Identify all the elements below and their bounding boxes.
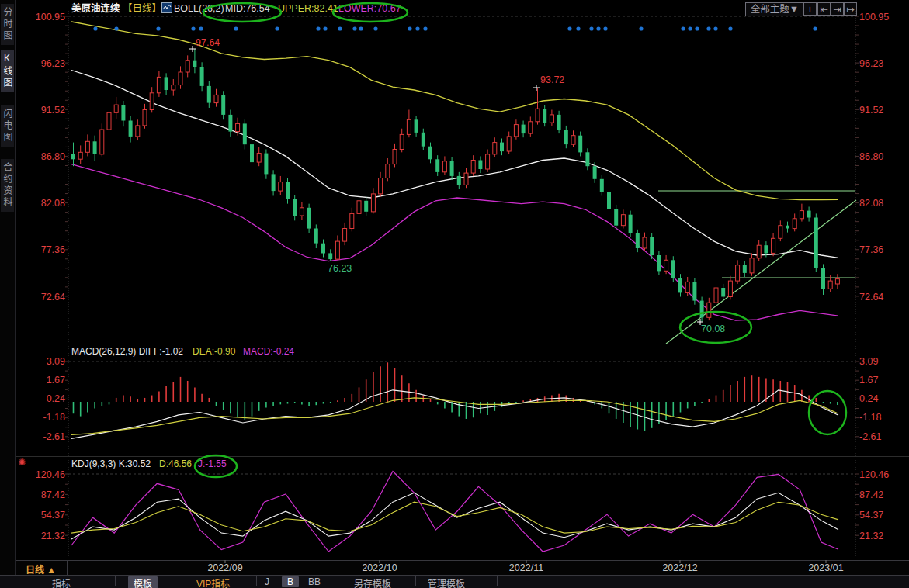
compress-right-button[interactable]: ⇥ [831, 2, 844, 16]
sidebar-item-kline-chart[interactable]: K线图 [1, 50, 14, 92]
svg-text:86.80: 86.80 [41, 151, 65, 162]
sidebar-item-timeshare-chart[interactable]: 分时图 [1, 4, 14, 45]
svg-text:87.42: 87.42 [859, 489, 883, 500]
svg-text:86.80: 86.80 [859, 151, 883, 162]
toolbar-vip-indicator[interactable]: VIP指标 [196, 576, 230, 588]
sidebar-item-label: K线图 [2, 53, 12, 89]
divider [342, 576, 342, 586]
svg-text:3.09: 3.09 [859, 356, 878, 367]
svg-text:91.52: 91.52 [859, 105, 883, 116]
sidebar-item-label: 合约资料 [2, 162, 12, 209]
svg-text:-1.18: -1.18 [43, 412, 66, 423]
trend-lines[interactable] [658, 191, 856, 344]
alert-flower-icon: ✺ [18, 457, 26, 468]
svg-text:-2.61: -2.61 [859, 431, 882, 442]
period-selector[interactable]: 日线 ▲ [26, 562, 56, 576]
macd-macd-label: MACD:-0.24 [243, 346, 294, 357]
chart-type-sidebar: 分时图 K线图 闪电图 合约资料 [0, 0, 16, 588]
divider [115, 576, 116, 586]
svg-text:87.42: 87.42 [41, 489, 65, 500]
toolbar-template[interactable]: 模板 [128, 576, 158, 588]
svg-text:91.52: 91.52 [41, 105, 65, 116]
svg-text:97.64: 97.64 [196, 37, 220, 48]
svg-text:72.64: 72.64 [859, 292, 883, 303]
svg-text:-2.61: -2.61 [43, 431, 66, 442]
svg-text:77.36: 77.36 [41, 244, 65, 255]
chart-canvas[interactable]: 100.95100.9596.2396.2391.5291.5286.8086.… [0, 0, 909, 588]
price-annotations: 97.6493.7276.2370.08 [189, 3, 846, 477]
macd-dea-label: DEA:-0.90 [193, 346, 235, 357]
boll-lower-value: LOWER:70.67 [338, 2, 401, 16]
svg-text:120.46: 120.46 [859, 469, 889, 480]
divider [497, 576, 498, 586]
candlesticks [71, 49, 839, 321]
crosshair-tool-button[interactable]: + [803, 2, 817, 16]
svg-text:82.08: 82.08 [41, 198, 65, 209]
macd-panel [71, 362, 838, 438]
symbol-title: 美原油连续 [71, 2, 120, 16]
sidebar-item-label: 分时图 [2, 7, 12, 42]
chart-header: 美原油连续 【日线】 BOLL(26,2) MID:76.54 UPPER:82… [0, 0, 909, 20]
pan-right-button[interactable]: ↦ [844, 2, 857, 16]
svg-text:3.09: 3.09 [47, 356, 65, 367]
toolbar-indicator[interactable]: 指标 [52, 576, 71, 588]
event-marker-dots[interactable] [93, 26, 817, 30]
macd-main-label: MACD(26,12,9) DIFF:-1.02 [71, 346, 183, 357]
toolbar-save-template[interactable]: 另存模板 [354, 576, 391, 588]
svg-text:-1.18: -1.18 [859, 412, 882, 423]
kdj-main-label: KDJ(9,3,3) K:30.52 [71, 458, 151, 469]
x-axis-row: 日线 ▲ [16, 560, 909, 576]
theme-dropdown[interactable]: 全部主题▼ [745, 2, 804, 16]
svg-text:77.36: 77.36 [859, 244, 883, 255]
boll-upper-value: UPPER:82.41 [278, 2, 338, 16]
panel-grid [16, 11, 909, 557]
compress-left-button[interactable]: ⇤ [817, 2, 831, 16]
svg-text:93.72: 93.72 [540, 74, 564, 85]
divider [256, 576, 257, 586]
bottom-toolbar: 指标 模板 VIP指标 J B BB 另存模板 管理模板 [0, 575, 909, 588]
period-tag: 【日线】 [123, 2, 161, 16]
svg-text:76.23: 76.23 [328, 263, 352, 274]
toolbar-j[interactable]: J [265, 576, 269, 587]
svg-text:0.24: 0.24 [859, 393, 878, 404]
trading-app-window: 分时图 K线图 闪电图 合约资料 美原油连续 【日线】 BOLL(26,2) M… [0, 0, 909, 588]
svg-text:54.37: 54.37 [41, 510, 65, 521]
svg-text:72.64: 72.64 [41, 292, 65, 303]
svg-text:1.67: 1.67 [47, 375, 65, 386]
svg-text:1.67: 1.67 [859, 375, 878, 386]
svg-text:96.23: 96.23 [859, 58, 883, 69]
svg-text:70.08: 70.08 [701, 323, 725, 334]
boll-indicator-label: BOLL(26,2) [174, 2, 224, 16]
sidebar-item-lightning-chart[interactable]: 闪电图 [1, 105, 14, 147]
sidebar-item-label: 闪电图 [2, 109, 12, 144]
svg-text:82.08: 82.08 [859, 198, 883, 209]
svg-text:54.37: 54.37 [859, 510, 883, 521]
toolbar-manage-template[interactable]: 管理模板 [428, 576, 465, 588]
sidebar-item-contract-info[interactable]: 合约资料 [1, 159, 14, 212]
kdj-d-label: D:46.56 [159, 458, 192, 469]
divider [415, 576, 416, 586]
toolbar-b[interactable]: B [282, 576, 299, 587]
boll-mid-value: MID:76.54 [225, 2, 270, 16]
svg-text:21.32: 21.32 [859, 531, 883, 541]
divider [67, 561, 68, 575]
boll-bands [71, 22, 838, 320]
kline-type-icon[interactable] [161, 2, 172, 13]
svg-text:21.32: 21.32 [41, 531, 65, 541]
svg-text:96.23: 96.23 [41, 58, 65, 69]
toolbar-bb[interactable]: BB [308, 576, 321, 587]
kdj-j-label: J:-1.55 [198, 458, 227, 469]
svg-text:120.46: 120.46 [36, 469, 65, 480]
svg-text:0.24: 0.24 [47, 393, 65, 404]
kdj-panel [71, 471, 838, 552]
